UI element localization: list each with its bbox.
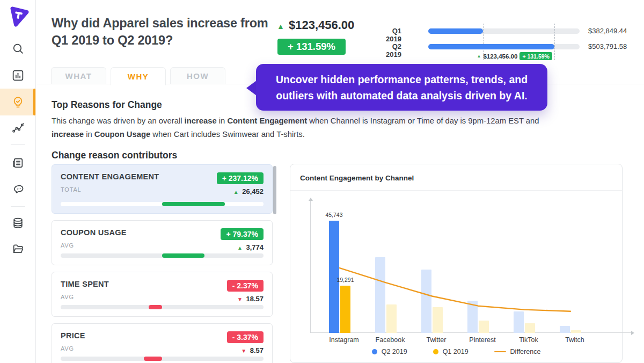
search-icon: [11, 42, 25, 55]
folder-icon: [11, 242, 25, 256]
trend-scatter-icon: [11, 121, 25, 135]
delta-number: 8.57: [248, 346, 264, 354]
scrollbar-thumb[interactable]: [273, 166, 276, 214]
summary-bold-term: increase: [185, 117, 217, 125]
sidebar-item-search[interactable]: [0, 42, 36, 55]
sidebar-item-conversations[interactable]: [0, 183, 36, 197]
delta-number: 18.57: [244, 295, 264, 303]
summary-text: This change was driven by an overall: [52, 117, 185, 125]
tooltip-arrow: [246, 81, 257, 96]
summary-bold-term: Coupon Usage: [94, 130, 150, 139]
legend-label: Q2 2019: [382, 348, 407, 355]
contribution-fill: [144, 357, 162, 361]
legend-item-difference[interactable]: Difference: [494, 348, 541, 355]
delta-up-triangle-icon: ▲: [237, 245, 243, 251]
app-logo[interactable]: [0, 4, 36, 27]
aggregation-label: AVG: [61, 345, 264, 352]
contributor-card[interactable]: TIME SPENT- 2.37%AVG▼ 18.57: [52, 272, 273, 317]
change-pct-badge: + 79.37%: [221, 228, 264, 240]
contributor-card-header: PRICE- 3.37%: [61, 331, 264, 343]
sidebar-item-insights-active[interactable]: [0, 96, 36, 109]
sidebar: [0, 0, 36, 363]
compare-row: Q1 2019$382,849.44: [376, 27, 628, 34]
contributor-card-header: COUPON USAGE+ 79.37%: [61, 228, 264, 240]
x-axis-label: Twitter: [413, 336, 459, 344]
contributor-title: TIME SPENT: [61, 280, 109, 288]
delta-value: ▼ 18.57: [237, 295, 264, 303]
tab-how[interactable]: HOW: [170, 67, 225, 84]
aggregation-label: AVG: [61, 242, 264, 249]
legend-item-q2-2019[interactable]: Q2 2019: [372, 348, 407, 355]
annotation-pct-badge: + 131.59%: [519, 52, 552, 60]
tooltip-text: Uncover hidden performance patterns, tre…: [269, 71, 535, 104]
sidebar-item-trends[interactable]: [0, 121, 36, 135]
sidebar-item-dashboards[interactable]: [0, 69, 36, 82]
change-pct-badge: + 237.12%: [217, 172, 264, 184]
sidebar-item-projects[interactable]: [0, 242, 36, 256]
lightbulb-check-icon: [11, 96, 25, 109]
legend-item-q1-2019[interactable]: Q1 2019: [433, 348, 469, 355]
legend-line-icon: [494, 351, 506, 353]
legend-label: Difference: [510, 348, 541, 355]
chart-plot-area: 45,74319,291InstagramFacebookTwitterPint…: [310, 193, 621, 333]
metric-change-badge: + 131.59%: [277, 39, 346, 55]
compare-bar-fill: [428, 44, 554, 49]
contribution-track: [61, 202, 264, 206]
summary-text: when Channel is Instagram or Time of day…: [307, 117, 539, 125]
contributor-card[interactable]: PRICE- 3.37%AVG▼ 8.57: [52, 323, 273, 363]
change-summary-text: This change was driven by an overall inc…: [52, 114, 541, 141]
contributor-title: CONTENT ENGAGEMENT: [61, 172, 159, 181]
legend-dot-icon: [433, 349, 438, 354]
contributor-card-header: TIME SPENT- 2.37%: [61, 280, 264, 292]
database-icon: [11, 216, 25, 230]
change-pct-badge: - 3.37%: [227, 331, 264, 343]
chart-title: Content Engagement by Channel: [300, 174, 414, 182]
delta-value: ▲ 3,774: [237, 243, 264, 251]
dashed-guide-line: [554, 24, 555, 60]
contribution-track: [61, 253, 264, 258]
summary-bold-term: increase: [52, 130, 84, 139]
change-pct-badge: - 2.37%: [227, 280, 264, 292]
tab-bar: WHATWHYHOW: [51, 67, 225, 85]
channel-chart-card: Content Engagement by Channel 45,74319,2…: [290, 164, 623, 363]
sidebar-item-data[interactable]: [0, 216, 36, 230]
x-axis-label: Twitch: [552, 336, 598, 344]
contribution-track: [61, 305, 264, 309]
contributor-card[interactable]: CONTENT ENGAGEMENT+ 237.12%TOTAL▲ 26,452: [52, 164, 273, 214]
chart-title-divider: [290, 190, 622, 191]
contribution-fill: [162, 253, 204, 258]
bar-chart-icon: [11, 69, 25, 82]
page-title: Why did Apparel sales increase from Q1 2…: [52, 15, 282, 49]
section-heading-contributors: Change reason contributors: [52, 150, 177, 161]
compare-row-value: $382,849.44: [588, 27, 627, 35]
sidebar-item-feed[interactable]: [0, 156, 36, 170]
chat-bubbles-icon: [11, 183, 25, 197]
metric-value: $123,456.00: [289, 18, 354, 32]
delta-value: ▼ 8.57: [241, 346, 264, 354]
x-axis-label: TikTok: [506, 336, 552, 344]
delta-value: ▲ 26,452: [233, 187, 264, 195]
legend-dot-icon: [372, 349, 377, 354]
tab-what[interactable]: WHAT: [51, 67, 106, 84]
compare-row-value: $503,791.58: [588, 42, 627, 50]
delta-number: 3,774: [244, 243, 264, 251]
compare-row-label: Q2 2019: [376, 42, 401, 59]
delta-number: 26,452: [240, 187, 264, 195]
difference-polyline: [340, 268, 570, 311]
x-axis-arrow-icon: [631, 331, 634, 335]
x-axis-label: Instagram: [321, 336, 367, 344]
compare-bar-track: [428, 28, 580, 34]
ai-callout-tooltip: Uncover hidden performance patterns, tre…: [256, 64, 547, 111]
compare-row-label: Q1 2019: [376, 27, 401, 43]
contributor-card[interactable]: COUPON USAGE+ 79.37%AVG▲ 3,774: [52, 220, 273, 265]
contributor-title: COUPON USAGE: [61, 228, 127, 237]
sidebar-divider: [11, 206, 25, 207]
delta-down-triangle-icon: ▼: [237, 296, 243, 302]
tab-why[interactable]: WHY: [111, 67, 166, 85]
metric-up-triangle-icon: ▲: [277, 22, 284, 31]
summary-bold-term: Content Engagement: [227, 117, 307, 125]
compare-bar-fill: [428, 28, 483, 34]
annotation-delta-value: $123,456.00: [483, 53, 517, 60]
aggregation-label: AVG: [61, 294, 264, 300]
x-axis-label: Pinterest: [459, 336, 506, 344]
